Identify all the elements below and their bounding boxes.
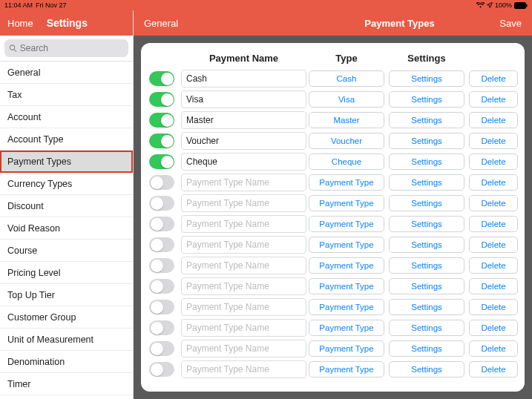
enable-toggle[interactable]: [149, 258, 174, 273]
enable-toggle[interactable]: [149, 92, 174, 107]
type-button[interactable]: Payment Type: [309, 195, 384, 211]
settings-button[interactable]: Settings: [389, 174, 464, 191]
sidebar-item[interactable]: Account: [0, 106, 133, 128]
delete-button[interactable]: Delete: [469, 112, 518, 128]
enable-toggle[interactable]: [149, 133, 174, 148]
delete-button[interactable]: Delete: [469, 340, 518, 357]
sidebar-item[interactable]: Void Reason: [0, 217, 133, 240]
payment-name-input[interactable]: [181, 194, 306, 212]
delete-button[interactable]: Delete: [469, 278, 518, 294]
delete-button[interactable]: Delete: [469, 174, 518, 191]
sidebar-item[interactable]: Top Up Tier: [0, 284, 133, 306]
search-input[interactable]: [20, 43, 124, 53]
delete-button[interactable]: Delete: [469, 195, 518, 211]
payment-name-input[interactable]: [181, 319, 306, 337]
settings-button[interactable]: Settings: [389, 278, 464, 294]
type-button[interactable]: Cash: [309, 70, 384, 87]
sidebar-item[interactable]: Pricing Level: [0, 262, 133, 284]
delete-button[interactable]: Delete: [469, 237, 518, 253]
settings-button[interactable]: Settings: [389, 91, 464, 108]
enable-toggle[interactable]: [149, 237, 174, 252]
settings-button[interactable]: Settings: [389, 299, 464, 315]
sidebar-item[interactable]: Denomination: [0, 351, 133, 373]
payment-name-input[interactable]: [181, 153, 306, 171]
table-row: Payment TypeSettingsDelete: [145, 276, 520, 297]
settings-button[interactable]: Settings: [389, 195, 464, 211]
enable-toggle[interactable]: [149, 217, 174, 231]
enable-toggle[interactable]: [149, 71, 174, 86]
sidebar-item[interactable]: Currency Types: [0, 173, 133, 195]
payment-name-input[interactable]: [181, 90, 306, 108]
settings-button[interactable]: Settings: [389, 257, 464, 274]
enable-toggle[interactable]: [149, 279, 174, 294]
enable-toggle[interactable]: [149, 300, 174, 314]
table-row: Payment TypeSettingsDelete: [145, 193, 520, 214]
type-button[interactable]: Cheque: [309, 154, 384, 170]
table-row: Payment TypeSettingsDelete: [145, 338, 520, 359]
enable-toggle[interactable]: [149, 196, 174, 211]
home-button[interactable]: Home: [7, 18, 33, 29]
sidebar-item[interactable]: Unit of Measurement: [0, 329, 133, 351]
type-button[interactable]: Payment Type: [309, 174, 384, 191]
delete-button[interactable]: Delete: [469, 361, 518, 377]
settings-button[interactable]: Settings: [389, 70, 464, 87]
settings-button[interactable]: Settings: [389, 320, 464, 336]
enable-toggle[interactable]: [149, 320, 174, 335]
delete-button[interactable]: Delete: [469, 216, 518, 232]
type-button[interactable]: Payment Type: [309, 361, 384, 377]
payment-name-input[interactable]: [181, 257, 306, 274]
settings-button[interactable]: Settings: [389, 154, 464, 170]
delete-button[interactable]: Delete: [469, 70, 518, 87]
payment-name-input[interactable]: [181, 298, 306, 316]
search-field[interactable]: [4, 39, 128, 57]
delete-button[interactable]: Delete: [469, 320, 518, 336]
sidebar-item[interactable]: Discount: [0, 195, 133, 217]
type-button[interactable]: Payment Type: [309, 257, 384, 274]
sidebar-item[interactable]: Tax: [0, 84, 133, 106]
type-button[interactable]: Voucher: [309, 133, 384, 149]
header-name: Payment Name: [178, 53, 306, 64]
payment-name-input[interactable]: [181, 70, 306, 88]
enable-toggle[interactable]: [149, 175, 174, 190]
settings-button[interactable]: Settings: [389, 133, 464, 149]
delete-button[interactable]: Delete: [469, 154, 518, 170]
payment-name-input[interactable]: [181, 174, 306, 191]
type-button[interactable]: Payment Type: [309, 299, 384, 315]
type-button[interactable]: Visa: [309, 91, 384, 108]
general-back-button[interactable]: General: [144, 18, 178, 29]
delete-button[interactable]: Delete: [469, 133, 518, 149]
delete-button[interactable]: Delete: [469, 299, 518, 315]
payment-name-input[interactable]: [181, 340, 306, 357]
location-icon: [487, 2, 493, 8]
type-button[interactable]: Payment Type: [309, 278, 384, 294]
settings-button[interactable]: Settings: [389, 112, 464, 128]
payment-name-input[interactable]: [181, 360, 306, 378]
sidebar-item[interactable]: Customer Group: [0, 306, 133, 329]
type-button[interactable]: Payment Type: [309, 216, 384, 232]
settings-button[interactable]: Settings: [389, 361, 464, 377]
payment-name-input[interactable]: [181, 111, 306, 129]
sidebar-item[interactable]: General: [0, 62, 133, 84]
sidebar-item[interactable]: Course: [0, 240, 133, 262]
enable-toggle[interactable]: [149, 113, 174, 128]
payment-name-input[interactable]: [181, 236, 306, 254]
type-button[interactable]: Master: [309, 112, 384, 128]
delete-button[interactable]: Delete: [469, 257, 518, 274]
payment-name-input[interactable]: [181, 215, 306, 233]
enable-toggle[interactable]: [149, 341, 174, 356]
enable-toggle[interactable]: [149, 154, 174, 169]
payment-name-input[interactable]: [181, 132, 306, 150]
settings-button[interactable]: Settings: [389, 216, 464, 232]
type-button[interactable]: Payment Type: [309, 237, 384, 253]
sidebar-item[interactable]: Payment Types: [0, 151, 133, 173]
save-button[interactable]: Save: [499, 18, 522, 29]
settings-button[interactable]: Settings: [389, 237, 464, 253]
payment-name-input[interactable]: [181, 277, 306, 295]
sidebar-item[interactable]: Account Type: [0, 128, 133, 151]
type-button[interactable]: Payment Type: [309, 320, 384, 336]
enable-toggle[interactable]: [149, 362, 174, 377]
sidebar-item[interactable]: Timer: [0, 373, 133, 395]
delete-button[interactable]: Delete: [469, 91, 518, 108]
settings-button[interactable]: Settings: [389, 340, 464, 357]
type-button[interactable]: Payment Type: [309, 340, 384, 357]
